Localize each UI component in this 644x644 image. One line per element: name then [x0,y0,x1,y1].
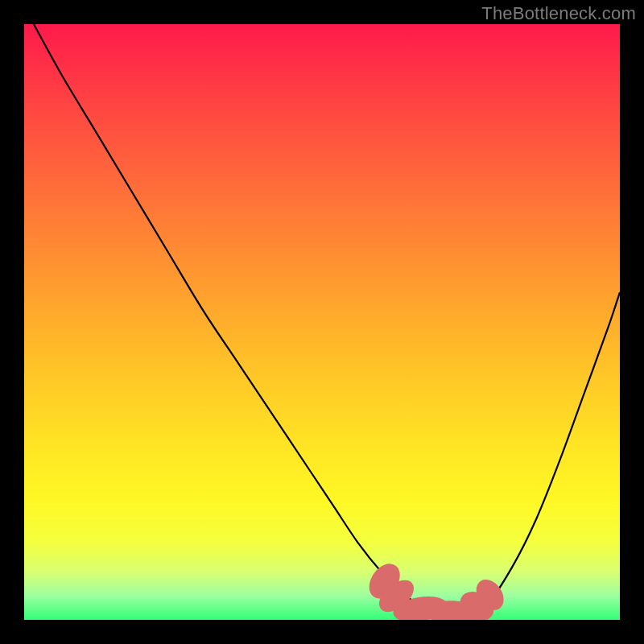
optimal-range-markers [363,558,510,620]
bottleneck-curve [24,24,620,615]
attribution-text: TheBottleneck.com [481,3,636,24]
curve-svg [24,24,620,620]
plot-area [24,24,620,620]
chart-frame: TheBottleneck.com [0,0,644,644]
